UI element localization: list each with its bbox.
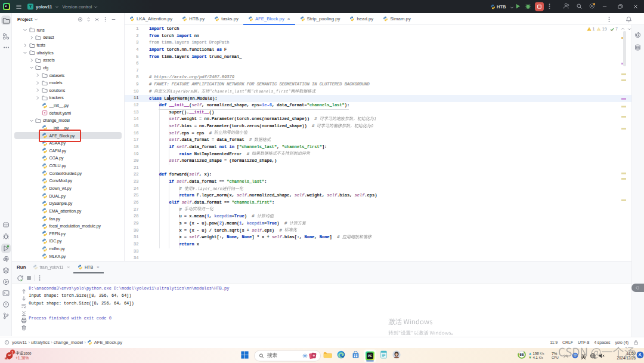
svg-text:66: 66 [519,352,524,356]
